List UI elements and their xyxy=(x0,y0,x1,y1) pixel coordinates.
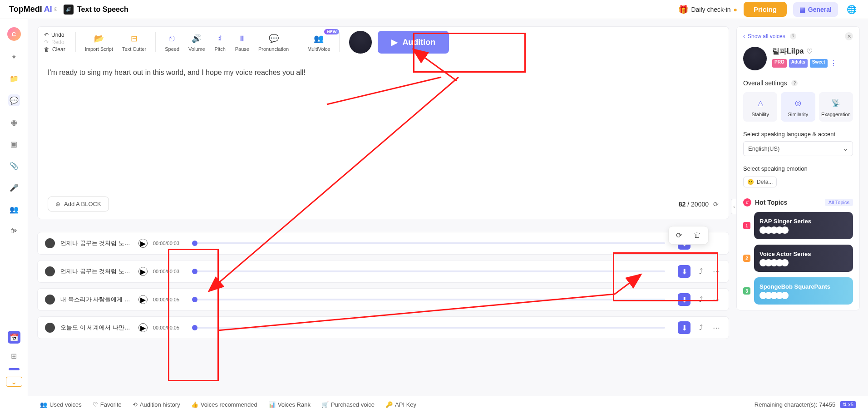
track-progress[interactable] xyxy=(192,242,665,244)
rail-apps-icon[interactable]: ⊞ xyxy=(8,350,20,362)
topic-row[interactable]: 1 RAP Singer Series xyxy=(743,212,853,239)
multivoice-button[interactable]: NEW 👥MultiVoice xyxy=(303,33,335,52)
rail-analytics-icon[interactable]: ◉ xyxy=(8,116,20,128)
api-key-link[interactable]: 🔑API Key xyxy=(385,401,416,408)
topic-row[interactable]: 2 Voice Actor Series xyxy=(743,245,853,272)
clear-button[interactable]: 🗑Clear xyxy=(44,46,65,53)
close-icon[interactable]: ✕ xyxy=(845,32,853,40)
refresh-icon[interactable]: ⟳ xyxy=(713,201,719,208)
import-icon: 📂 xyxy=(93,33,105,44)
registered-icon: ® xyxy=(54,7,57,12)
track-progress[interactable] xyxy=(192,299,665,300)
more-tags-icon[interactable]: ⋮ xyxy=(830,59,837,68)
show-all-voices-link[interactable]: ‹ Show all voices ? ✕ xyxy=(743,32,853,40)
all-topics-link[interactable]: All Topics xyxy=(825,199,853,206)
pause-button[interactable]: ⏸Pause xyxy=(231,33,254,52)
redo-button[interactable]: ↷Redo xyxy=(44,39,65,45)
stability-card[interactable]: △Stability xyxy=(743,92,777,122)
similarity-card[interactable]: ◎Similarity xyxy=(781,92,815,122)
heart-icon[interactable]: ♡ xyxy=(806,47,813,56)
used-voices-link[interactable]: 👥Used voices xyxy=(40,401,82,408)
multivoice-icon: 👥 xyxy=(313,33,325,44)
track-play-button[interactable]: ▶ xyxy=(138,267,148,276)
voices-rank-link[interactable]: 📊Voices Rank xyxy=(268,401,311,408)
audition-history-link[interactable]: ⟲Audition history xyxy=(133,401,180,408)
tts-label: Text to Speech xyxy=(77,5,128,14)
track-more-button[interactable]: ⋯ xyxy=(711,267,721,276)
favorite-link[interactable]: ♡Favorite xyxy=(93,401,122,408)
pitch-button[interactable]: ♯Pitch xyxy=(210,33,231,52)
user-avatar[interactable]: C xyxy=(7,27,21,41)
track-more-button[interactable]: ⋯ xyxy=(711,295,721,304)
speed-button[interactable]: ⏲Speed xyxy=(160,33,184,52)
text-editor[interactable]: I'm ready to sing my heart out in this w… xyxy=(37,58,729,219)
tracks-list: 언제나 꿈꾸는 것처럼 노래를... ▶ 00:00/00:03 ⬇ ⤴ ⋯ ⟳… xyxy=(37,232,729,339)
track-share-button[interactable]: ⤴ xyxy=(696,267,706,275)
daily-checkin-link[interactable]: 🎁 Daily check-in ● xyxy=(678,5,737,15)
topic-row[interactable]: 3 SpongeBob SquarePants xyxy=(743,277,853,305)
regenerate-button[interactable]: ⟳ xyxy=(676,231,682,240)
stability-icon: △ xyxy=(758,98,763,107)
logo[interactable]: TopMediAi® xyxy=(9,5,57,14)
voice-avatar[interactable] xyxy=(743,47,767,70)
volume-button[interactable]: 🔊Volume xyxy=(184,33,210,52)
rail-expand-icon[interactable]: ⌄ xyxy=(6,377,22,387)
rail-magic-icon[interactable]: ✦ xyxy=(8,51,20,63)
audition-button[interactable]: ▶ Audition xyxy=(378,31,449,54)
delete-button[interactable]: 🗑 xyxy=(694,231,701,240)
track-play-button[interactable]: ▶ xyxy=(138,295,148,304)
language-select[interactable]: English(US) ⌄ xyxy=(743,141,853,156)
track-download-button[interactable]: ⬇ xyxy=(678,265,690,278)
track-download-button[interactable]: ⬇ xyxy=(678,293,690,306)
track-play-button[interactable]: ▶ xyxy=(138,323,148,332)
info-icon[interactable]: ? xyxy=(790,33,796,39)
track-share-button[interactable]: ⤴ xyxy=(696,324,706,332)
pricing-button[interactable]: Pricing xyxy=(744,2,787,17)
topic-card[interactable]: Voice Actor Series xyxy=(754,245,853,272)
rail-calendar-icon[interactable]: 📅 xyxy=(8,331,20,344)
rail-tts-icon[interactable]: 💬 xyxy=(8,94,20,106)
tts-breadcrumb[interactable]: 🔊 Text to Speech xyxy=(64,5,128,15)
cutter-icon: ⊟ xyxy=(128,33,140,44)
track-more-button[interactable]: ⋯ xyxy=(711,324,721,332)
track-title: 오늘도 이 세계에서 나만의 목... xyxy=(60,324,133,332)
language-button[interactable]: 🌐 xyxy=(844,2,859,17)
track-play-button[interactable]: ▶ xyxy=(138,239,148,248)
topic-card[interactable]: SpongeBob SquarePants xyxy=(754,277,853,305)
tts-icon: 🔊 xyxy=(64,5,74,15)
editor-text[interactable]: I'm ready to sing my heart out in this w… xyxy=(48,69,719,197)
rail-attach-icon[interactable]: 📎 xyxy=(8,160,20,172)
track-download-button[interactable]: ⬇ xyxy=(678,321,690,334)
track-row: 내 목소리가 사람들에게 위로... ▶ 00:00/00:05 ⬇ ⤴ ⋯ xyxy=(37,288,729,311)
purchased-voice-link[interactable]: 🛒Purchased voice xyxy=(321,401,375,408)
topic-card[interactable]: RAP Singer Series xyxy=(754,212,853,239)
exaggeration-card[interactable]: 📡Exaggeration xyxy=(819,92,853,122)
fire-icon: # xyxy=(743,198,751,206)
emotion-chip[interactable]: 😐 Defa... xyxy=(743,177,777,187)
import-script-button[interactable]: 📂Import Script xyxy=(80,33,118,52)
add-block-button[interactable]: ⊕ Add A BLOCK xyxy=(48,197,109,211)
multiplier-badge[interactable]: ⇅ x5 xyxy=(840,401,856,408)
rail-people-icon[interactable]: 👥 xyxy=(8,203,20,215)
voices-recommended-link[interactable]: 👍Voices recommended xyxy=(191,401,257,408)
rail-mic-icon[interactable]: 🎤 xyxy=(8,182,20,193)
thumbs-up-icon: 👍 xyxy=(191,401,198,408)
undo-button[interactable]: ↶Undo xyxy=(44,32,65,38)
rail-library-icon[interactable]: ▣ xyxy=(8,138,20,150)
grid-icon: ▦ xyxy=(799,6,805,13)
rail-folder-icon[interactable]: 📁 xyxy=(8,73,20,84)
plus-icon: ⊕ xyxy=(55,201,60,207)
rail-shop-icon[interactable]: 🛍 xyxy=(8,225,20,237)
current-voice-avatar[interactable] xyxy=(349,30,372,54)
track-title: 언제나 꿈꾸는 것처럼 노래를... xyxy=(60,267,133,275)
track-share-button[interactable]: ⤴ xyxy=(696,295,706,304)
general-button[interactable]: ▦ General xyxy=(793,2,838,17)
topic-rank: 3 xyxy=(743,287,750,295)
info-icon[interactable]: ? xyxy=(791,80,798,86)
coin-icon: ● xyxy=(734,6,737,13)
pronunciation-button[interactable]: 💬Pronunciation xyxy=(254,33,293,52)
track-progress[interactable] xyxy=(192,327,665,329)
emotion-label: Select speaking emotion xyxy=(743,165,853,172)
track-progress[interactable] xyxy=(192,270,665,272)
text-cutter-button[interactable]: ⊟Text Cutter xyxy=(118,33,151,52)
